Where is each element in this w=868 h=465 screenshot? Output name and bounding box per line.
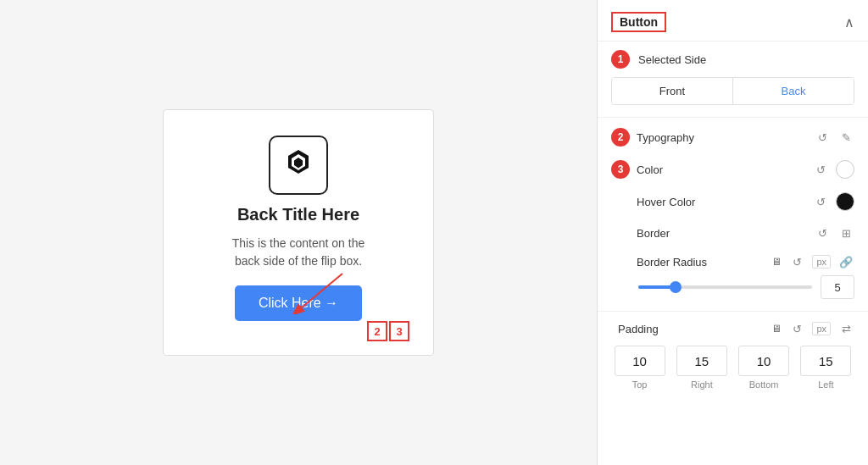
- hover-color-label: Hover Color: [637, 196, 805, 208]
- annotation-arrow: [293, 272, 344, 318]
- padding-bottom-label: Bottom: [749, 379, 779, 390]
- color-row: 3 Color ↺: [598, 153, 868, 185]
- typography-row: 2 Typography ↺ ✎: [598, 121, 868, 153]
- hover-color-swatch[interactable]: [836, 192, 854, 211]
- annotation-badge-2: 2: [367, 321, 387, 341]
- border-radius-value[interactable]: 5: [821, 275, 854, 299]
- border-radius-slider[interactable]: [638, 285, 812, 289]
- back-title: Back Title Here: [237, 205, 359, 224]
- collapse-icon[interactable]: ∧: [844, 14, 854, 30]
- annotation-badges: 2 3: [367, 321, 409, 341]
- border-reset-icon[interactable]: ↺: [814, 224, 831, 241]
- hover-color-reset-icon[interactable]: ↺: [812, 193, 829, 210]
- front-button[interactable]: Front: [612, 78, 733, 104]
- padding-reset-icon[interactable]: ↺: [788, 320, 805, 337]
- back-button[interactable]: Back: [733, 78, 854, 104]
- step-badge-2: 2: [611, 128, 630, 147]
- padding-header-row: Padding 🖥 ↺ px ⇄: [611, 320, 854, 337]
- selected-side-row: 1 Selected Side: [598, 42, 868, 77]
- color-label: Color: [637, 163, 805, 176]
- divider-1: [598, 117, 868, 118]
- back-content: This is the content on theback side of t…: [232, 235, 364, 270]
- typography-reset-icon[interactable]: ↺: [814, 129, 831, 146]
- divider-2: [598, 311, 868, 312]
- slider-fill: [638, 285, 673, 289]
- side-toggle-group: Front Back: [611, 77, 854, 105]
- padding-values: 10 Top 15 Right 10 Bottom 15 Left: [611, 346, 854, 390]
- border-radius-section: Border Radius 🖥 ↺ px 🔗 5: [598, 248, 868, 307]
- svg-line-4: [302, 274, 342, 307]
- border-radius-monitor-icon: 🖥: [771, 256, 782, 268]
- padding-left-value[interactable]: 15: [800, 346, 851, 376]
- padding-top-col: 10 Top: [611, 346, 668, 390]
- slider-thumb[interactable]: [670, 281, 682, 293]
- padding-left-label: Left: [818, 379, 833, 390]
- padding-label: Padding: [618, 323, 765, 335]
- border-label: Border: [637, 227, 807, 240]
- padding-unit[interactable]: px: [812, 322, 831, 335]
- color-swatch[interactable]: [836, 160, 854, 179]
- padding-right-value[interactable]: 15: [676, 346, 727, 376]
- panel-header: Button ∧: [598, 0, 868, 42]
- step-badge-3: 3: [611, 160, 630, 179]
- padding-right-label: Right: [691, 379, 713, 390]
- padding-bottom-col: 10 Bottom: [736, 346, 793, 390]
- selected-side-label: Selected Side: [638, 53, 854, 66]
- settings-panel: Button ∧ 1 Selected Side Front Back 2 Ty…: [597, 0, 868, 465]
- border-radius-slider-row: 5: [611, 275, 854, 299]
- preview-panel: Back Title Here This is the content on t…: [0, 0, 597, 465]
- padding-right-col: 15 Right: [673, 346, 730, 390]
- padding-monitor-icon: 🖥: [771, 323, 782, 335]
- border-radius-link-icon[interactable]: 🔗: [837, 253, 854, 270]
- padding-link-icon[interactable]: ⇄: [837, 320, 854, 337]
- padding-top-label: Top: [632, 379, 648, 390]
- padding-top-value[interactable]: 10: [615, 346, 665, 376]
- typography-label: Typography: [637, 131, 807, 144]
- border-radius-unit[interactable]: px: [812, 255, 831, 268]
- border-row: Border ↺ ⊞: [598, 218, 868, 248]
- color-reset-icon[interactable]: ↺: [812, 161, 829, 178]
- border-edit-icon[interactable]: ⊞: [837, 224, 854, 241]
- padding-bottom-value[interactable]: 10: [738, 346, 789, 376]
- step-badge-1: 1: [611, 50, 630, 69]
- typography-edit-icon[interactable]: ✎: [837, 129, 854, 146]
- padding-left-col: 15 Left: [798, 346, 854, 390]
- panel-title: Button: [611, 12, 666, 32]
- hover-color-row: Hover Color ↺: [598, 185, 868, 218]
- border-radius-label: Border Radius: [637, 256, 765, 268]
- padding-section: Padding 🖥 ↺ px ⇄ 10 Top 15 Right 10 Bott…: [598, 315, 868, 401]
- annotation-badge-3: 3: [389, 321, 409, 341]
- hive-icon: [269, 136, 328, 195]
- border-radius-reset-icon[interactable]: ↺: [788, 253, 805, 270]
- flip-box-preview: Back Title Here This is the content on t…: [163, 109, 434, 356]
